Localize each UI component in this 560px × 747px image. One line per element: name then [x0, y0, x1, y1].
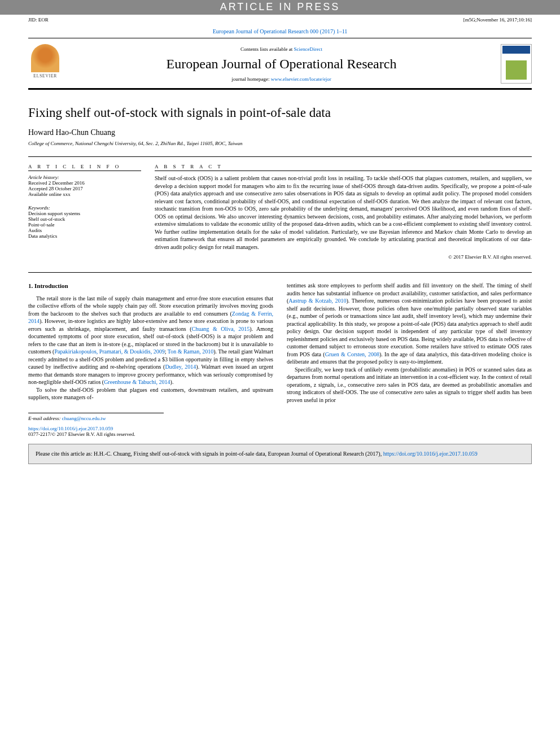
- history-online: Available online xxx: [28, 191, 141, 197]
- abstract-block: a b s t r a c t Shelf out-of-stock (OOS)…: [155, 164, 532, 260]
- article-title: Fixing shelf out-of-stock with signals i…: [28, 106, 532, 120]
- citation-link[interactable]: Greenhouse & Tabuchi, 2014: [104, 379, 170, 385]
- citation-link[interactable]: Dudley, 2014: [165, 364, 196, 370]
- keyword: Point-of-sale: [28, 222, 141, 228]
- header-meta-bar: JID: EOR [m5G;November 16, 2017;10:16]: [0, 15, 560, 25]
- homepage-line: journal homepage: www.elsevier.com/locat…: [69, 76, 494, 82]
- citation-link[interactable]: Chuang & Oliva, 2015: [191, 326, 250, 332]
- sciencedirect-link[interactable]: ScienceDirect: [294, 46, 322, 52]
- body-columns: 1. Introduction The retail store is the …: [0, 273, 560, 409]
- keyword: Data analytics: [28, 233, 141, 239]
- doi-block: https://doi.org/10.1016/j.ejor.2017.10.0…: [0, 421, 560, 440]
- text-run: ). Therefore, numerous cost-minimization…: [287, 298, 532, 357]
- contents-label: Contents lists available at: [240, 46, 294, 52]
- journal-name: European Journal of Operational Research: [69, 56, 494, 72]
- citation-link[interactable]: Gruen & Corsten, 2008: [325, 351, 379, 357]
- email-label: E-mail address:: [28, 416, 62, 421]
- paragraph: Specifically, we keep track of unlikely …: [287, 366, 532, 404]
- elsevier-text: ELSEVIER: [33, 73, 57, 78]
- section-heading-intro: 1. Introduction: [28, 282, 273, 290]
- keywords-label: Keywords:: [28, 205, 141, 211]
- journal-cover-thumbnail: [501, 44, 532, 84]
- article-in-press-label: ARTICLE IN PRESS: [0, 0, 560, 13]
- right-column: tentimes ask store employees to perform …: [287, 282, 532, 404]
- keyword: Audits: [28, 228, 141, 233]
- paragraph: tentimes ask store employees to perform …: [287, 282, 532, 366]
- top-banner: ARTICLE IN PRESS: [0, 0, 560, 15]
- paragraph: To solve the shelf-OOS problem that plag…: [28, 386, 273, 401]
- info-rule-1: [28, 171, 141, 171]
- article-info-block: a r t i c l e i n f o Article history: R…: [28, 164, 141, 260]
- text-run: ).: [170, 379, 174, 385]
- info-rule-2: [155, 171, 532, 171]
- article-info-heading: a r t i c l e i n f o: [28, 164, 141, 169]
- journal-citation: European Journal of Operational Research…: [0, 25, 560, 38]
- doi-link[interactable]: https://doi.org/10.1016/j.ejor.2017.10.0…: [28, 426, 113, 431]
- abstract-text: Shelf out-of-stock (OOS) is a salient pr…: [155, 174, 532, 251]
- homepage-label: journal homepage:: [231, 76, 270, 82]
- citation-box: Please cite this article as: H.H.-C. Chu…: [28, 444, 532, 464]
- journal-citation-link[interactable]: European Journal of Operational Research…: [213, 28, 348, 34]
- elsevier-logo: ELSEVIER: [28, 44, 62, 84]
- history-received: Received 2 December 2016: [28, 180, 141, 186]
- contents-line: Contents lists available at ScienceDirec…: [69, 46, 494, 52]
- keyword: Shelf out-of-stock: [28, 216, 141, 222]
- history-label: Article history:: [28, 174, 141, 180]
- citation-link[interactable]: Ton & Raman, 2010: [168, 348, 214, 355]
- author-name: Howard Hao-Chun Chuang: [28, 128, 532, 137]
- abstract-copyright: © 2017 Elsevier B.V. All rights reserved…: [155, 254, 532, 260]
- journal-center: Contents lists available at ScienceDirec…: [69, 46, 494, 82]
- cite-text: Please cite this article as: H.H.-C. Chu…: [36, 451, 383, 457]
- info-abstract-row: a r t i c l e i n f o Article history: R…: [0, 157, 560, 267]
- cite-doi-link[interactable]: https://doi.org/10.1016/j.ejor.2017.10.0…: [383, 451, 478, 457]
- issn-line: 0377-2217/© 2017 Elsevier B.V. All right…: [28, 431, 532, 437]
- elsevier-tree-icon: [31, 44, 59, 72]
- author-affiliation: College of Commerce, National Chengchi U…: [28, 141, 532, 146]
- left-column: 1. Introduction The retail store is the …: [28, 282, 273, 404]
- journal-header: ELSEVIER Contents lists available at Sci…: [0, 38, 560, 88]
- journal-id: JID: EOR: [28, 17, 49, 23]
- citation-link[interactable]: Papakiriakopoulos, Pramatari, & Doukidis…: [54, 348, 164, 355]
- keyword: Decision support systems: [28, 211, 141, 216]
- homepage-link[interactable]: www.elsevier.com/locate/ejor: [271, 76, 331, 82]
- paragraph: The retail store is the last mile of sup…: [28, 295, 273, 386]
- abstract-heading: a b s t r a c t: [155, 164, 532, 169]
- email-link[interactable]: chuang@nccu.edu.tw: [62, 416, 106, 421]
- history-accepted: Accepted 28 October 2017: [28, 186, 141, 191]
- build-stamp: [m5G;November 16, 2017;10:16]: [463, 17, 532, 23]
- email-block: E-mail address: chuang@nccu.edu.tw: [28, 413, 164, 421]
- title-block: Fixing shelf out-of-stock with signals i…: [0, 90, 560, 151]
- citation-link[interactable]: Aastrup & Kotzab, 2010: [288, 298, 346, 304]
